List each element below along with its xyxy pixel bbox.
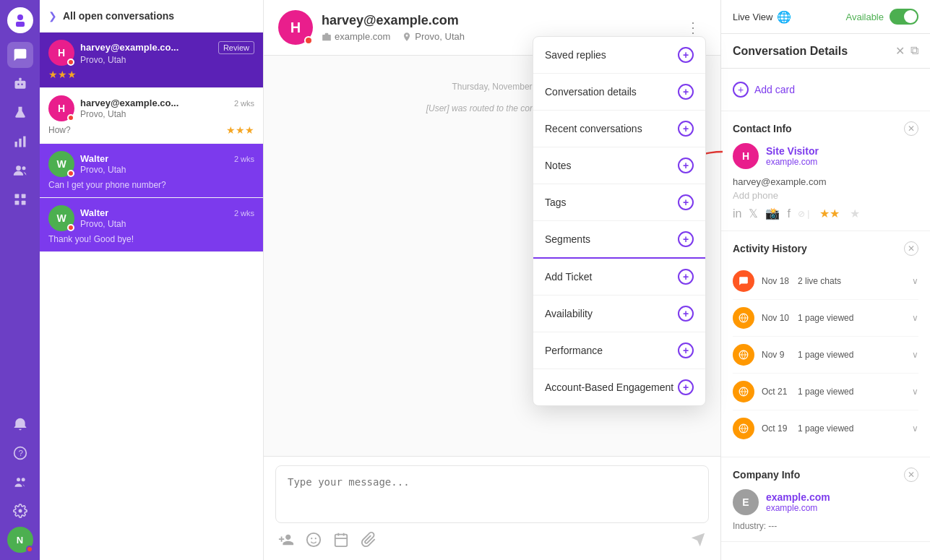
svg-point-17 [17,478,20,481]
conv-name-1: harvey@example.co... [80,42,178,53]
dropdown-recent-convs[interactable]: Recent conversations + [533,111,705,147]
contact-avatar: H [733,143,759,169]
add-card-button[interactable]: + Add card [733,79,795,100]
chat-location: Provo, Utah [402,31,465,42]
chat-contact-name: harvey@example.com [322,13,671,28]
sidebar-item-flask[interactable] [7,100,33,126]
toggle-knob [904,10,917,23]
dropdown-plus-icon-6: + [678,269,694,285]
activity-close-icon[interactable]: ✕ [904,241,918,256]
sidebar-item-bot[interactable] [7,71,33,97]
logo-icon[interactable] [7,7,33,33]
sidebar-item-bell[interactable] [7,411,33,437]
svg-rect-6 [14,142,17,147]
add-card-label: Add card [754,84,795,95]
dropdown-tags[interactable]: Tags + [533,184,705,221]
linkedin-icon[interactable]: in [733,207,741,220]
maximize-icon[interactable]: ⧉ [910,44,918,58]
activity-chevron-1[interactable]: ∨ [912,313,918,323]
company-info-close-icon[interactable]: ✕ [904,468,918,482]
contact-phone-placeholder[interactable]: Add phone [733,190,918,201]
sidebar-item-team[interactable] [7,469,33,495]
activity-item-2: Nov 9 1 page viewed ∨ [733,337,918,374]
dropdown-segments[interactable]: Segments + [533,221,705,259]
chat-company-label: example.com [335,31,390,42]
facebook-icon[interactable]: f [787,207,790,220]
conv-item-1[interactable]: H harvey@example.co... Review Provo, Uta… [40,33,263,88]
conv-preview-4: Thank you! Good bye! [48,234,254,244]
sidebar-item-help[interactable]: ? [7,440,33,466]
conv-item-2[interactable]: H harvey@example.co... 2 wks Provo, Utah… [40,88,263,144]
contact-info-close-icon[interactable]: ✕ [904,121,918,136]
expand-icon[interactable]: ❯ [48,10,57,22]
chat-toolbar [275,532,709,551]
svg-point-18 [21,478,25,481]
dropdown-account-based[interactable]: Account-Based Engagement + [533,369,705,405]
sidebar-item-settings[interactable] [7,498,33,524]
review-btn[interactable]: Review [218,41,254,54]
company-name-section: example.com example.com [766,491,830,513]
svg-point-22 [311,538,312,539]
company-info-section: Company Info ✕ E example.com example.com… [721,457,930,542]
contact-company-link[interactable]: example.com [766,157,819,167]
user-status-dot [26,546,33,553]
sidebar-user-avatar[interactable]: N [7,527,33,553]
activity-item-3: Oct 21 1 page viewed ∨ [733,374,918,410]
calendar-button[interactable] [333,532,349,551]
dropdown-saved-replies-label: Saved replies [545,49,678,61]
company-avatar: E [733,489,759,515]
conv-name-3: Walter [80,153,108,164]
chat-message-input[interactable] [275,465,709,523]
dropdown-plus-icon-0: + [678,47,694,63]
dropdown-conv-details[interactable]: Conversation details + [533,74,705,111]
send-button[interactable] [690,532,706,551]
dropdown-performance[interactable]: Performance + [533,332,705,369]
activity-date-3: Oct 21 [762,387,791,397]
add-participant-button[interactable] [278,532,294,551]
available-toggle[interactable] [890,9,918,25]
dropdown-availability[interactable]: Availability + [533,296,705,332]
live-view-button[interactable]: Live View 🌐 [733,10,791,24]
twitter-icon[interactable]: 𝕏 [749,207,758,220]
globe-icon: 🌐 [777,10,791,24]
conv-sub-1: Provo, Utah [80,55,254,65]
conv-avatar-2: H [48,95,74,121]
dropdown-notes[interactable]: Notes + [533,147,705,184]
activity-item-0: Nov 18 2 live chats ∨ [733,263,918,300]
contact-socials: in 𝕏 📸 f ⊘ | ★★ ★ [733,207,918,220]
conv-avatar-3: W [48,151,74,177]
conv-stars-2: ★★★ [226,124,254,136]
sidebar-item-grid[interactable] [7,186,33,212]
attachment-button[interactable] [361,532,376,551]
activity-chevron-0[interactable]: ∨ [912,276,918,286]
contact-info-content: H Site Visitor example.com [733,143,918,169]
conv-sub-4: Provo, Utah [80,219,254,229]
sidebar-item-contacts[interactable] [7,158,33,184]
close-circle-icon[interactable]: ✕ [895,44,905,58]
emoji-button[interactable] [306,532,322,551]
add-card-plus-icon: + [733,82,749,98]
company-name[interactable]: example.com [766,491,830,503]
sidebar-item-chat[interactable] [7,42,33,68]
dropdown-saved-replies[interactable]: Saved replies + [533,37,705,74]
conv-item-3[interactable]: W Walter 2 wks Provo, Utah Can I get you… [40,144,263,198]
activity-chevron-4[interactable]: ∨ [912,423,918,434]
svg-rect-5 [19,78,21,81]
chat-location-label: Provo, Utah [415,31,465,42]
conv-name-4: Walter [80,207,108,218]
instagram-icon[interactable]: 📸 [765,207,780,220]
conv-item-4[interactable]: W Walter 2 wks Provo, Utah Thank you! Go… [40,198,263,252]
svg-point-10 [22,166,25,170]
activity-page-icon-1 [733,307,754,329]
company-website[interactable]: example.com [766,503,830,513]
activity-page-icon-3 [733,381,754,402]
conv-info-1: harvey@example.co... Review Provo, Utah [80,41,254,65]
live-view-label: Live View [733,12,772,22]
activity-chevron-2[interactable]: ∨ [912,350,918,360]
svg-rect-12 [21,194,25,199]
sidebar-item-chart[interactable] [7,129,33,155]
activity-date-2: Nov 9 [762,350,791,360]
activity-chevron-3[interactable]: ∨ [912,387,918,397]
dropdown-add-ticket[interactable]: Add Ticket + [533,259,705,296]
company-header: E example.com example.com [733,489,918,515]
